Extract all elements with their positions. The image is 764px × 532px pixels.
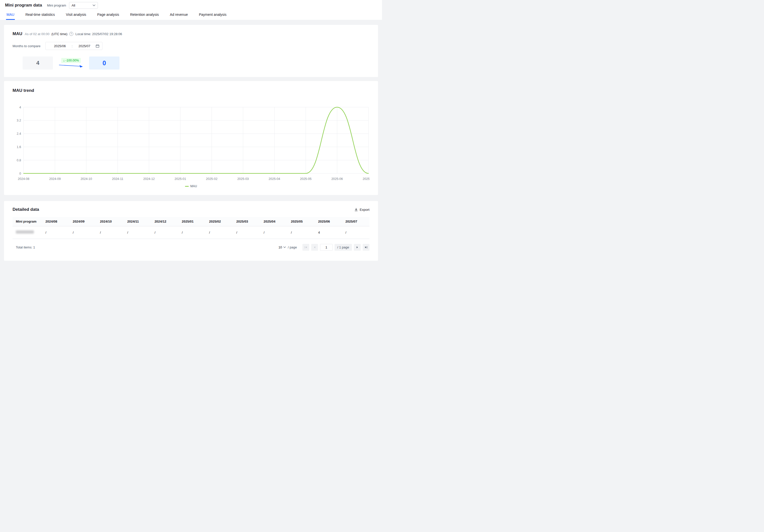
tab-mau[interactable]: MAU bbox=[6, 11, 15, 20]
page-number-input[interactable] bbox=[320, 244, 332, 251]
mau-compare-values: 4 ↓ -100.00% 0 bbox=[23, 57, 369, 70]
export-label: Export bbox=[360, 208, 369, 212]
previous-page-icon bbox=[313, 246, 316, 249]
table-cell: 4 bbox=[315, 226, 342, 239]
svg-text:2025-03: 2025-03 bbox=[237, 177, 249, 181]
tab-bar: MAUReal-time statisticsVisit analysisPag… bbox=[0, 11, 382, 20]
column-header: 2025/05 bbox=[287, 217, 315, 226]
svg-text:2025-04: 2025-04 bbox=[269, 177, 280, 181]
table-cell: / bbox=[342, 226, 369, 239]
next-page-button[interactable] bbox=[354, 244, 361, 251]
change-indicator: ↓ -100.00% bbox=[59, 58, 84, 68]
table-cell: / bbox=[233, 226, 261, 239]
svg-text:2025-05: 2025-05 bbox=[300, 177, 311, 181]
pagination: 10 / page / 1 page bbox=[278, 244, 369, 251]
tab-real-time-statistics[interactable]: Real-time statistics bbox=[25, 11, 55, 20]
page-title: Mini program data bbox=[5, 3, 42, 8]
svg-text:0.8: 0.8 bbox=[17, 159, 21, 162]
next-page-icon bbox=[356, 246, 359, 249]
mau-summary-card: MAU As of 02 at 00:00 (UTC time) ? Local… bbox=[4, 25, 378, 77]
table-cell: / bbox=[151, 226, 179, 239]
column-header: Mini program bbox=[13, 217, 42, 226]
arrow-down-icon: ↓ bbox=[63, 59, 65, 62]
month-range-picker[interactable]: 2025/06 : 2025/07 bbox=[46, 42, 102, 50]
chevron-down-icon bbox=[284, 247, 286, 248]
chart-legend[interactable]: MAU bbox=[13, 184, 369, 188]
table-row: //////////4/ bbox=[13, 226, 369, 239]
detailed-data-table: Mini program2024/082024/092024/102024/11… bbox=[13, 217, 369, 239]
table-cell: / bbox=[70, 226, 97, 239]
tab-retention-analysis[interactable]: Retention analysis bbox=[129, 11, 159, 20]
page-header: Mini program data Mini program All MAURe… bbox=[0, 0, 382, 20]
table-cell: / bbox=[287, 226, 315, 239]
previous-month-value: 4 bbox=[23, 57, 53, 70]
svg-text:2025-01: 2025-01 bbox=[175, 177, 186, 181]
table-cell: / bbox=[124, 226, 151, 239]
svg-text:2024-11: 2024-11 bbox=[112, 177, 123, 181]
range-end-value[interactable]: 2025/07 bbox=[73, 44, 96, 48]
trend-arrow-icon bbox=[59, 64, 84, 68]
download-icon bbox=[354, 208, 358, 211]
mau-title: MAU bbox=[13, 31, 22, 36]
table-cell: / bbox=[96, 226, 124, 239]
chart-area: 2024-082024-092024-102024-112024-122025-… bbox=[13, 105, 369, 188]
column-header: 2025/07 bbox=[342, 217, 369, 226]
column-header: 2025/03 bbox=[233, 217, 261, 226]
months-compare-label: Months to compare bbox=[13, 44, 40, 48]
svg-text:0: 0 bbox=[19, 172, 21, 175]
svg-text:2024-10: 2024-10 bbox=[81, 177, 92, 181]
last-page-icon bbox=[364, 246, 368, 249]
question-circle-icon[interactable]: ? bbox=[69, 32, 73, 36]
mau-trend-card: MAU trend 2024-082024-092024-102024-1120… bbox=[4, 81, 378, 195]
mini-program-name-cell bbox=[13, 226, 42, 239]
svg-text:2025-07: 2025-07 bbox=[363, 177, 369, 181]
tab-page-analysis[interactable]: Page analysis bbox=[96, 11, 119, 20]
calendar-icon bbox=[96, 44, 99, 48]
column-header: 2024/08 bbox=[42, 217, 70, 226]
mini-program-select[interactable]: All bbox=[69, 2, 98, 9]
page-size-value: 10 bbox=[278, 246, 282, 249]
local-time-label: Local time: 2025/07/02 19:28:06 bbox=[76, 32, 122, 36]
table-cell: / bbox=[178, 226, 206, 239]
total-items-label: Total items: 1 bbox=[13, 246, 35, 249]
mau-heading-row: MAU As of 02 at 00:00 (UTC time) ? Local… bbox=[13, 31, 369, 36]
column-header: 2025/01 bbox=[178, 217, 206, 226]
svg-text:2.4: 2.4 bbox=[17, 132, 21, 135]
utc-time-label: (UTC time) bbox=[52, 32, 68, 36]
legend-label: MAU bbox=[190, 184, 197, 188]
table-footer: Total items: 1 10 / page / 1 page bbox=[13, 244, 369, 251]
range-separator: : bbox=[71, 44, 73, 48]
svg-text:4: 4 bbox=[19, 106, 21, 109]
as-of-label: As of 02 at 00:00 bbox=[25, 32, 50, 36]
detailed-data-title: Detailed data bbox=[13, 207, 39, 212]
months-compare-row: Months to compare 2025/06 : 2025/07 bbox=[13, 42, 369, 50]
column-header: 2025/02 bbox=[206, 217, 233, 226]
table-cell: / bbox=[206, 226, 233, 239]
tab-ad-revenue[interactable]: Ad revenue bbox=[169, 11, 188, 20]
first-page-button[interactable] bbox=[302, 244, 309, 251]
svg-text:3.2: 3.2 bbox=[17, 119, 21, 122]
svg-text:2025-02: 2025-02 bbox=[206, 177, 218, 181]
column-header: 2024/11 bbox=[124, 217, 151, 226]
tab-payment-analysis[interactable]: Payment analysis bbox=[198, 11, 227, 20]
export-button[interactable]: Export bbox=[354, 208, 369, 212]
mini-program-filter-label: Mini program bbox=[47, 4, 66, 7]
column-header: 2024/09 bbox=[70, 217, 97, 226]
column-header: 2024/12 bbox=[151, 217, 179, 226]
last-page-button[interactable] bbox=[363, 244, 369, 251]
detailed-data-card: Detailed data Export Mini program2024/08… bbox=[4, 201, 378, 261]
tab-visit-analysis[interactable]: Visit analysis bbox=[66, 11, 87, 20]
detailed-data-header: Detailed data Export bbox=[13, 207, 369, 212]
page-size-select[interactable]: 10 bbox=[278, 246, 286, 249]
svg-text:2024-08: 2024-08 bbox=[18, 177, 29, 181]
mini-program-select-value: All bbox=[72, 4, 75, 7]
mini-program-name-redacted bbox=[16, 230, 34, 234]
change-percentage: -100.00% bbox=[66, 59, 79, 62]
range-start-value[interactable]: 2025/06 bbox=[49, 44, 71, 48]
previous-page-button[interactable] bbox=[311, 244, 318, 251]
svg-text:2024-09: 2024-09 bbox=[49, 177, 61, 181]
svg-text:1.6: 1.6 bbox=[17, 145, 21, 149]
table-cell: / bbox=[260, 226, 287, 239]
current-month-value: 0 bbox=[89, 57, 119, 70]
table-cell: / bbox=[42, 226, 70, 239]
